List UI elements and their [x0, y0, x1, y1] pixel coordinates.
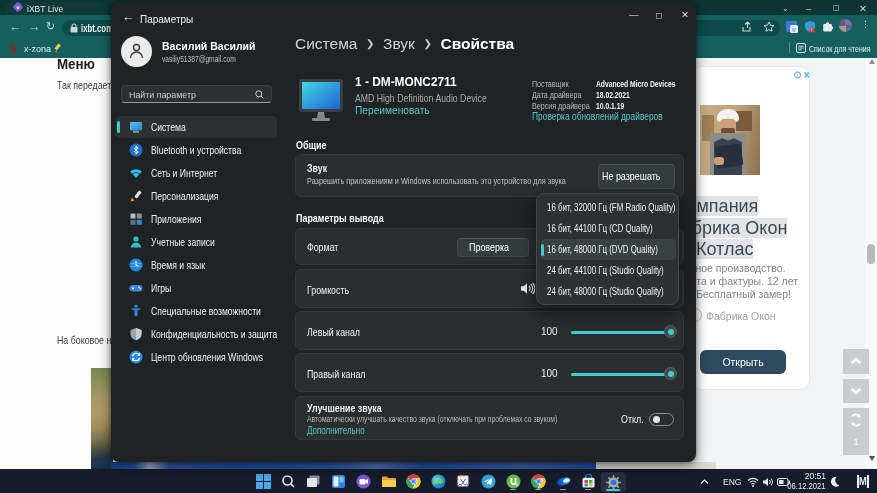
svg-text:!: ! [811, 28, 812, 33]
svg-text:i: i [797, 72, 798, 78]
